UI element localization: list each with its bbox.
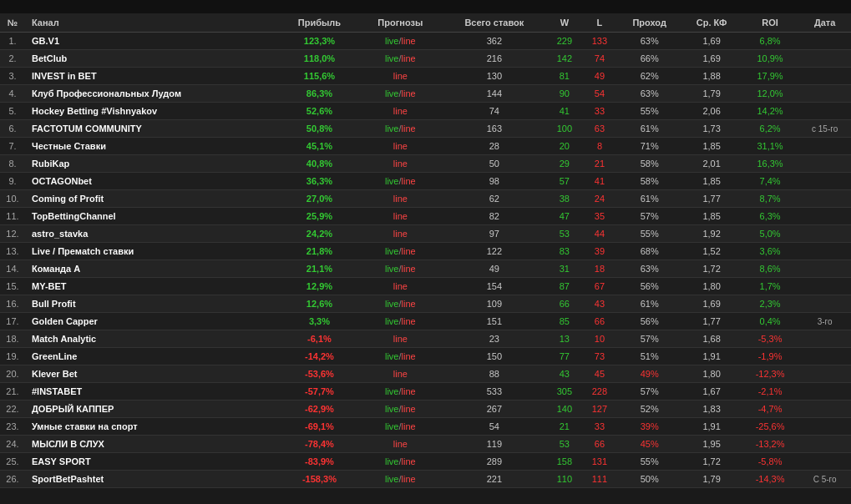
cell-kf: 1,80 — [681, 365, 741, 383]
cell-w: 20 — [547, 138, 582, 155]
cell-l: 74 — [582, 50, 617, 68]
cell-roi: -2,1% — [742, 383, 798, 401]
cell-pass: 61% — [617, 295, 681, 313]
cell-w: 21 — [547, 418, 582, 436]
cell-channel: Честные Ставки — [25, 138, 280, 155]
cell-channel: GreenLine — [25, 348, 280, 365]
cell-w: 13 — [547, 330, 582, 348]
cell-l: 35 — [582, 208, 617, 225]
cell-num: 2. — [0, 50, 25, 68]
cell-num: 22. — [0, 401, 25, 418]
cell-note — [798, 348, 851, 365]
cell-prognoz: line — [359, 68, 442, 85]
cell-total: 267 — [442, 401, 547, 418]
cell-num: 14. — [0, 260, 25, 278]
cell-profit: 40,8% — [280, 155, 359, 173]
cell-channel: EASY SPORT — [25, 453, 280, 471]
cell-pass: 49% — [617, 365, 681, 383]
cell-l: 39 — [582, 243, 617, 260]
table-row: 14.Команда А21,1%live/line49311863%1,728… — [0, 260, 851, 278]
cell-kf: 1,73 — [681, 120, 741, 138]
cell-roi: -5,3% — [742, 330, 798, 348]
cell-profit: 12,6% — [280, 295, 359, 313]
cell-profit: 27,0% — [280, 190, 359, 208]
cell-prognoz: live/line — [359, 383, 442, 401]
cell-channel: INVEST in BET — [25, 68, 280, 85]
cell-roi: -14,3% — [742, 471, 798, 488]
cell-l: 18 — [582, 260, 617, 278]
cell-num: 8. — [0, 155, 25, 173]
cell-w: 53 — [547, 225, 582, 243]
cell-num: 25. — [0, 453, 25, 471]
cell-channel: МЫСЛИ В СЛУХ — [25, 436, 280, 453]
cell-l: 111 — [582, 471, 617, 488]
cell-profit: -57,7% — [280, 383, 359, 401]
cell-roi: 6,2% — [742, 120, 798, 138]
cell-profit: 25,9% — [280, 208, 359, 225]
cell-prognoz: live/line — [359, 295, 442, 313]
cell-channel: #INSTABET — [25, 383, 280, 401]
cell-note — [798, 401, 851, 418]
cell-total: 23 — [442, 330, 547, 348]
cell-pass: 55% — [617, 103, 681, 120]
cell-l: 45 — [582, 365, 617, 383]
cell-total: 533 — [442, 383, 547, 401]
cell-kf: 1,52 — [681, 243, 741, 260]
cell-prognoz: live/line — [359, 243, 442, 260]
cell-profit: 36,3% — [280, 173, 359, 190]
cell-l: 43 — [582, 295, 617, 313]
cell-kf: 1,80 — [681, 278, 741, 295]
cell-roi: -1,9% — [742, 348, 798, 365]
col-channel: Канал — [25, 13, 280, 33]
cell-roi: 6,3% — [742, 208, 798, 225]
table-row: 23.Умные ставки на спорт-69,1%live/line5… — [0, 418, 851, 436]
cell-l: 8 — [582, 138, 617, 155]
cell-pass: 52% — [617, 401, 681, 418]
table-row: 24.МЫСЛИ В СЛУХ-78,4%line119536645%1,95-… — [0, 436, 851, 453]
cell-num: 26. — [0, 471, 25, 488]
cell-note — [798, 50, 851, 68]
cell-prognoz: live/line — [359, 401, 442, 418]
cell-l: 127 — [582, 401, 617, 418]
cell-profit: -78,4% — [280, 436, 359, 453]
cell-prognoz: live/line — [359, 85, 442, 103]
cell-w: 305 — [547, 383, 582, 401]
col-w: W — [547, 13, 582, 33]
cell-profit: -69,1% — [280, 418, 359, 436]
table-row: 5.Hockey Betting #Vishnyakov52,6%line744… — [0, 103, 851, 120]
cell-channel: OCTAGONbet — [25, 173, 280, 190]
cell-kf: 1,69 — [681, 295, 741, 313]
cell-pass: 56% — [617, 278, 681, 295]
cell-profit: 118,0% — [280, 50, 359, 68]
cell-kf: 1,67 — [681, 383, 741, 401]
cell-channel: Live / Премatch ставки — [25, 243, 280, 260]
cell-num: 21. — [0, 383, 25, 401]
table-row: 1.GB.V1123,3%live/line36222913363%1,696,… — [0, 33, 851, 50]
cell-note — [798, 225, 851, 243]
cell-l: 33 — [582, 103, 617, 120]
cell-profit: 50,8% — [280, 120, 359, 138]
cell-w: 110 — [547, 471, 582, 488]
cell-kf: 1,69 — [681, 50, 741, 68]
cell-l: 228 — [582, 383, 617, 401]
cell-note: С 5-го — [798, 471, 851, 488]
cell-profit: 45,1% — [280, 138, 359, 155]
cell-w: 53 — [547, 436, 582, 453]
table-row: 15.MY-BET12,9%line154876756%1,801,7% — [0, 278, 851, 295]
cell-roi: 17,9% — [742, 68, 798, 85]
cell-profit: -6,1% — [280, 330, 359, 348]
cell-total: 362 — [442, 33, 547, 50]
cell-w: 38 — [547, 190, 582, 208]
cell-kf: 1,95 — [681, 436, 741, 453]
cell-channel: Match Analytic — [25, 330, 280, 348]
cell-roi: 8,7% — [742, 190, 798, 208]
cell-total: 144 — [442, 85, 547, 103]
cell-channel: astro_stavka — [25, 225, 280, 243]
cell-note — [798, 173, 851, 190]
cell-prognoz: live/line — [359, 471, 442, 488]
cell-w: 29 — [547, 155, 582, 173]
cell-roi: 2,3% — [742, 295, 798, 313]
cell-total: 97 — [442, 225, 547, 243]
cell-l: 67 — [582, 278, 617, 295]
cell-note — [798, 295, 851, 313]
